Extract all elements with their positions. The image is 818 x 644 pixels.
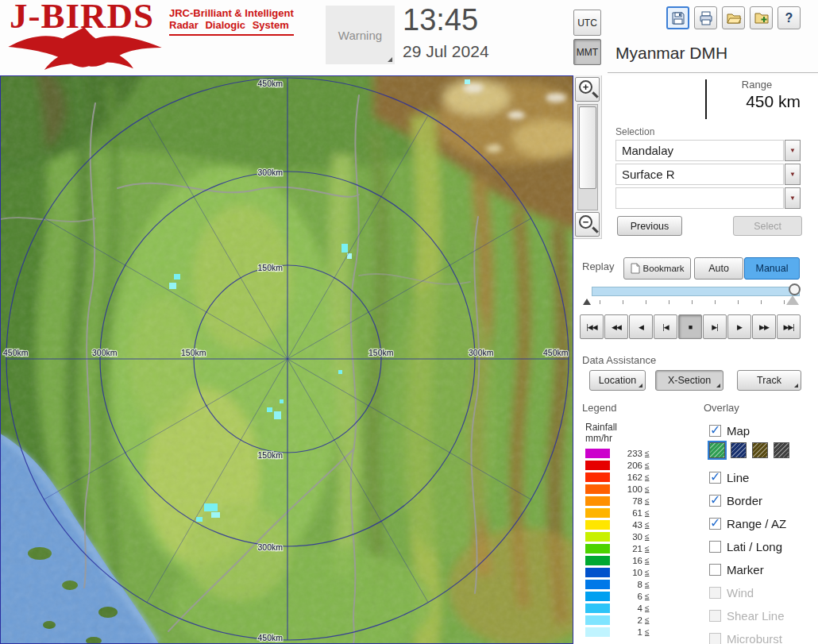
track-button[interactable]: Track — [737, 370, 801, 391]
product-dropdown[interactable]: Surface R — [615, 164, 784, 185]
zoom-out-button[interactable]: − — [575, 212, 600, 237]
x-section-button[interactable]: X-Section — [655, 370, 723, 391]
timeline-tick — [623, 300, 623, 304]
tagline-line1: JRC-Brilliant & Intelligent — [169, 7, 294, 19]
legend-entry: 100≤ — [585, 483, 669, 495]
map-style-green[interactable] — [709, 442, 725, 458]
checkbox[interactable] — [709, 518, 721, 530]
overlay-item-range-az[interactable]: Range / AZ — [709, 515, 814, 531]
playback-play[interactable]: ▶ — [727, 314, 751, 339]
ring-label: 300km — [257, 542, 283, 552]
overlay-item-lati-long[interactable]: Lati / Long — [709, 538, 814, 554]
select-button[interactable]: Select — [733, 216, 802, 236]
overlay-item-line[interactable]: Line — [709, 469, 814, 485]
help-button[interactable]: ? — [777, 6, 801, 29]
clock-time: 13:45 — [403, 3, 478, 37]
bookmark-button[interactable]: Bookmark — [623, 257, 691, 280]
zoom-slider[interactable] — [577, 104, 598, 210]
utc-button[interactable]: UTC — [573, 10, 601, 36]
overlay-item-map[interactable]: Map — [709, 422, 814, 439]
header-bar: J-BIRDS JRC-Brilliant & Intelligent Rada… — [0, 0, 818, 75]
legend-entry: 162≤ — [585, 471, 669, 483]
legend-color-swatch — [585, 627, 610, 637]
timeline-start-marker-icon — [583, 299, 591, 305]
legend-value: 233 — [613, 449, 642, 458]
playback-fast-rewind[interactable]: ◀◀ — [604, 314, 628, 339]
ring-label: 150km — [257, 263, 283, 272]
legend-color-swatch — [585, 484, 610, 494]
header-separator — [608, 72, 818, 73]
replay-timeline[interactable] — [592, 287, 800, 296]
playback-skip-to-start[interactable]: |◀◀ — [580, 314, 604, 339]
legend-lte-symbol: ≤ — [645, 615, 650, 624]
control-panel: + − Range 450 km Selection Mandalay ▼ Su… — [573, 75, 818, 644]
timeline-tick — [738, 300, 739, 304]
playback-step-back[interactable]: |◀ — [654, 314, 677, 339]
overlay-item-label: Marker — [727, 563, 764, 577]
legend-entry: 16≤ — [585, 554, 669, 566]
legend-label: Legend — [582, 402, 616, 414]
option-dropdown[interactable] — [615, 187, 784, 209]
ring-label: 300km — [469, 348, 494, 357]
checkbox[interactable] — [709, 472, 721, 484]
bookmark-label: Bookmark — [643, 264, 685, 273]
ring-label: 450km — [257, 79, 283, 88]
help-icon: ? — [785, 11, 793, 25]
zoom-slider-thumb[interactable] — [579, 106, 596, 189]
zoom-in-symbol: + — [583, 81, 589, 93]
site-dropdown[interactable]: Mandalay — [615, 140, 784, 161]
map-style-navy[interactable] — [731, 442, 747, 458]
checkbox[interactable] — [709, 564, 721, 576]
legend-value: 61 — [613, 508, 642, 518]
range-value: 450 km — [705, 92, 801, 111]
radar-map[interactable]: 450km300km150km150km300km450km450km300km… — [0, 75, 573, 644]
warning-button[interactable]: Warning — [326, 6, 395, 64]
playback-play-reverse[interactable]: ◀ — [629, 314, 653, 339]
product-dropdown-arrow-icon[interactable]: ▼ — [785, 164, 801, 185]
timeline-thumb[interactable] — [789, 283, 801, 295]
checkbox[interactable] — [709, 495, 721, 507]
mmt-button[interactable]: MMT — [573, 39, 601, 65]
replay-label: Replay — [582, 260, 614, 272]
legend-color-swatch — [585, 556, 610, 565]
auto-button[interactable]: Auto — [694, 257, 743, 280]
legend-color-swatch — [585, 496, 610, 506]
save-button[interactable] — [666, 6, 689, 29]
map-style-gray[interactable] — [774, 442, 789, 458]
legend-entry: 10≤ — [585, 566, 669, 578]
legend-entry: 78≤ — [585, 495, 669, 507]
playback-fast-forward[interactable]: ▶▶ — [752, 314, 776, 339]
timeline-tick — [761, 300, 762, 304]
legend-color-swatch — [585, 449, 610, 458]
manual-button[interactable]: Manual — [744, 257, 800, 280]
tagline-line2: Radar Dialogic System — [169, 19, 294, 31]
checkbox[interactable] — [709, 425, 721, 437]
zoom-in-button[interactable]: + — [575, 77, 600, 102]
legend-value: 6 — [613, 592, 642, 601]
previous-button[interactable]: Previous — [617, 216, 682, 236]
location-button[interactable]: Location — [589, 370, 646, 391]
bookmark-page-icon — [631, 263, 640, 274]
popup-corner-icon — [388, 57, 392, 62]
overlay-item-marker[interactable]: Marker — [709, 561, 814, 577]
overlay-item-wind: Wind — [709, 584, 814, 600]
export-button[interactable] — [750, 6, 773, 29]
magnifier-handle — [592, 226, 598, 233]
playback-step-forward[interactable]: ▶| — [703, 314, 727, 339]
map-style-olive[interactable] — [752, 442, 768, 458]
playback-stop[interactable]: ■ — [678, 314, 702, 339]
x-section-label: X-Section — [668, 375, 711, 386]
save-icon — [670, 10, 686, 26]
playback-skip-to-end[interactable]: ▶▶| — [777, 314, 801, 339]
print-button[interactable] — [694, 6, 717, 29]
site-dropdown-arrow-icon[interactable]: ▼ — [785, 140, 801, 161]
legend-lte-symbol: ≤ — [645, 484, 650, 493]
folder-add-icon — [754, 10, 770, 26]
timeline-position-marker-icon[interactable] — [786, 295, 799, 305]
checkbox[interactable] — [709, 541, 721, 553]
overlay-item-border[interactable]: Border — [709, 492, 814, 508]
option-dropdown-arrow-icon[interactable]: ▼ — [785, 187, 801, 209]
open-button[interactable] — [722, 6, 745, 29]
legend-value: 43 — [613, 520, 642, 530]
legend-color-swatch — [585, 461, 610, 470]
